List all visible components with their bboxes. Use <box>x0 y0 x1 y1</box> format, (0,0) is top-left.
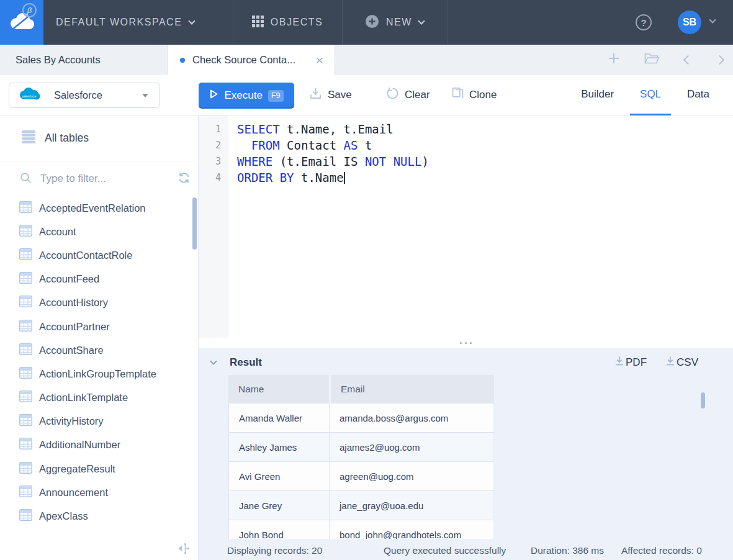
cell-email[interactable]: ajames2@uog.com <box>330 433 493 461</box>
sidebar-table-item[interactable]: AccountShare <box>0 338 198 362</box>
cell-email[interactable]: amanda.boss@argus.com <box>330 404 493 432</box>
table-icon <box>19 485 32 500</box>
connection-name: Salesforce <box>54 89 102 101</box>
table-icon <box>19 391 32 405</box>
sidebar-table-item[interactable]: ApexClass <box>0 504 198 528</box>
new-tab-icon[interactable] <box>608 53 619 66</box>
collapse-result-icon[interactable] <box>210 358 217 364</box>
result-table: Name Email Amanda Walleramanda.boss@argu… <box>228 375 494 539</box>
all-tables-header[interactable]: All tables <box>0 115 198 161</box>
sidebar-table-item[interactable]: AccountHistory <box>0 291 198 315</box>
result-table-header: Name Email <box>228 375 494 404</box>
avatar-initials: SB <box>683 17 696 28</box>
export-csv-button[interactable]: CSV <box>665 356 698 369</box>
connection-select[interactable]: salesforce Salesforce <box>9 83 160 108</box>
splitter-dot <box>460 342 462 344</box>
cell-email[interactable]: jane_gray@uoa.edu <box>330 491 493 520</box>
table-icon <box>19 462 32 476</box>
objects-menu-button[interactable]: OBJECTS <box>233 0 342 45</box>
sidebar-table-item[interactable]: Account <box>0 220 198 243</box>
table-filter-input[interactable] <box>40 173 178 185</box>
clone-button[interactable]: Clone <box>452 75 497 115</box>
code-line[interactable]: 1SELECT t.Name, t.Email <box>199 121 733 137</box>
tab-check-source-contacts[interactable]: Check Source Conta... × <box>168 45 335 75</box>
sidebar-table-item[interactable]: AccountContactRole <box>0 243 198 267</box>
table-icon <box>19 272 32 286</box>
result-scrollbar[interactable] <box>701 392 705 409</box>
sidebar-table-item[interactable]: AggregateResult <box>0 457 198 481</box>
table-row[interactable]: Avi Greenagreen@uog.com <box>228 462 494 491</box>
sidebar-table-item[interactable]: AccountPartner <box>0 315 198 338</box>
table-row[interactable]: John Bondbond_john@grandhotels.com <box>228 520 494 539</box>
line-number: 1 <box>199 121 228 137</box>
sidebar-scrollbar[interactable] <box>192 197 197 250</box>
cell-name[interactable]: Avi Green <box>228 462 330 490</box>
text-cursor <box>344 172 345 184</box>
table-row[interactable]: Ashley Jamesajames2@uog.com <box>228 433 494 462</box>
cell-name[interactable]: John Bond <box>228 520 330 539</box>
sidebar-table-item[interactable]: AcceptedEventRelation <box>0 196 198 220</box>
sidebar-table-item[interactable]: ActivityHistory <box>0 410 198 433</box>
code-line[interactable]: 4ORDER BY t.Name <box>199 169 733 186</box>
panel-splitter[interactable] <box>199 338 733 348</box>
execute-button[interactable]: Execute F9 <box>199 83 294 109</box>
avatar[interactable]: SB <box>678 11 701 34</box>
new-menu-button[interactable]: NEW <box>342 0 447 45</box>
collapse-sidebar-icon[interactable] <box>176 542 191 558</box>
help-button[interactable]: ? <box>636 14 652 30</box>
close-icon[interactable]: × <box>316 53 323 66</box>
result-table-body: Amanda Walleramanda.boss@argus.comAshley… <box>228 404 494 539</box>
copy-icon <box>452 87 464 103</box>
view-tab-sql[interactable]: SQL <box>630 75 671 115</box>
chevron-down-icon[interactable] <box>709 16 716 23</box>
sidebar-table-item[interactable]: AdditionalNumber <box>0 433 198 457</box>
save-button[interactable]: Save <box>309 75 352 115</box>
cell-email[interactable]: bond_john@grandhotels.com <box>330 520 493 539</box>
app-logo[interactable] <box>0 0 43 45</box>
status-message: Query executed successfully <box>384 545 506 556</box>
topbar: β DEFAULT WORKSPACE OBJECTS <box>0 0 733 45</box>
main-area: 1SELECT t.Name, t.Email2 FROM Contact AS… <box>199 115 733 560</box>
cell-name[interactable]: Amanda Waller <box>228 404 330 432</box>
topbar-divider <box>447 0 447 45</box>
column-header-email[interactable]: Email <box>331 375 494 404</box>
cell-name[interactable]: Jane Grey <box>228 491 330 520</box>
result-header: Result PDF <box>199 353 733 373</box>
query-toolbar: salesforce Salesforce Execute F9 Save <box>0 75 733 115</box>
unsaved-dot <box>180 58 185 63</box>
sidebar-table-item[interactable]: ActionLinkTemplate <box>0 386 198 410</box>
table-icon <box>19 367 32 381</box>
tabbar-actions <box>608 45 723 75</box>
affected-records: Affected records: 0 <box>621 545 702 556</box>
table-row[interactable]: Amanda Walleramanda.boss@argus.com <box>228 404 494 433</box>
sidebar-table-item[interactable]: AccountFeed <box>0 268 198 291</box>
open-folder-icon[interactable] <box>644 53 660 67</box>
view-tab-builder[interactable]: Builder <box>571 75 624 115</box>
sql-editor[interactable]: 1SELECT t.Name, t.Email2 FROM Contact AS… <box>199 115 733 338</box>
sidebar-table-item[interactable]: ActionLinkGroupTemplate <box>0 362 198 386</box>
clear-button[interactable]: Clear <box>386 75 430 115</box>
table-name: AggregateResult <box>39 463 115 475</box>
tab-sales-by-accounts[interactable]: Sales By Accounts <box>0 45 168 75</box>
cell-name[interactable]: Ashley James <box>228 433 330 461</box>
code-text: SELECT t.Name, t.Email <box>228 121 393 137</box>
export-pdf-button[interactable]: PDF <box>614 356 647 369</box>
clear-label: Clear <box>405 89 430 101</box>
code-line[interactable]: 2 FROM Contact AS t <box>199 137 733 153</box>
chevron-left-icon[interactable] <box>683 55 693 65</box>
sidebar-table-item[interactable]: Announcement <box>0 481 198 504</box>
cell-email[interactable]: agreen@uog.com <box>330 462 493 490</box>
chevron-right-icon[interactable] <box>715 55 725 65</box>
table-name: ActivityHistory <box>39 415 104 427</box>
new-label: NEW <box>386 17 412 28</box>
code-line[interactable]: 3WHERE (t.Email IS NOT NULL) <box>199 153 733 169</box>
refresh-icon[interactable] <box>178 171 191 187</box>
search-icon <box>20 172 32 186</box>
table-row[interactable]: Jane Greyjane_gray@uoa.edu <box>228 491 494 520</box>
column-header-name[interactable]: Name <box>228 375 329 404</box>
workspace-switcher[interactable]: DEFAULT WORKSPACE <box>56 0 194 45</box>
view-tab-data[interactable]: Data <box>677 75 719 115</box>
export-csv-label: CSV <box>677 356 698 369</box>
editor-lines: 1SELECT t.Name, t.Email2 FROM Contact AS… <box>199 115 733 186</box>
workspace-label: DEFAULT WORKSPACE <box>56 17 182 28</box>
